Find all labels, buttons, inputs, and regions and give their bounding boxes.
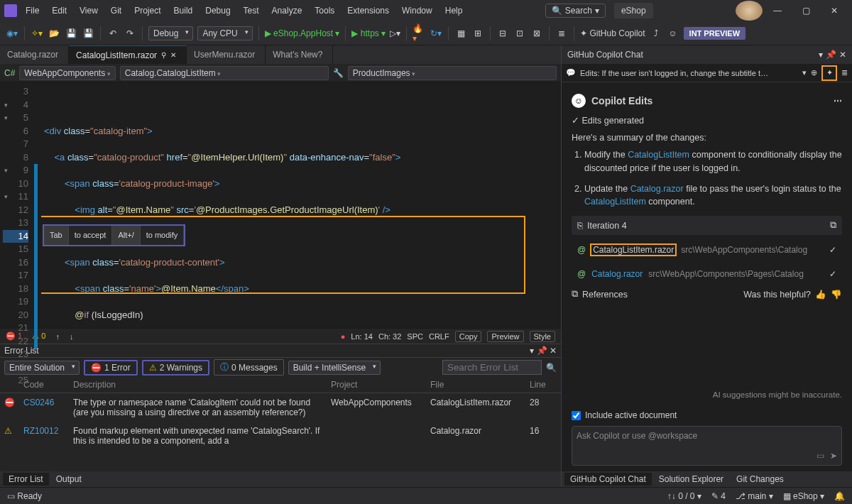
share-icon[interactable]: ⤴ [650, 27, 662, 40]
new-thread-icon[interactable]: ⊕ [811, 68, 817, 77]
tb-icon-b[interactable]: ⊞ [471, 27, 484, 40]
tab-errorlist[interactable]: Error List [3, 473, 49, 486]
table-row[interactable]: ⛔ CS0246 The type or namespace name 'Cat… [0, 393, 561, 422]
errors-filter-button[interactable]: ⛔1 Error [84, 360, 138, 376]
eol-indicator[interactable]: CRLF [429, 332, 449, 341]
warnings-filter-button[interactable]: ⚠2 Warnings [142, 360, 209, 376]
start-debug-button[interactable]: ▶ eShop.AppHost ▾ [265, 28, 340, 38]
close-icon[interactable]: ✕ [839, 50, 846, 60]
title-search[interactable]: 🔍Search▾ [545, 4, 606, 18]
include-doc-check[interactable] [572, 411, 581, 420]
link-cataloglistitem-2[interactable]: CatalogListItem [584, 197, 646, 207]
col-indicator[interactable]: Ch: 32 [378, 332, 401, 341]
menu-file[interactable]: File [20, 3, 45, 18]
config-dropdown[interactable]: Debug [148, 26, 193, 40]
branch-status[interactable]: ⎇ main ▾ [736, 491, 773, 501]
build-filter-dropdown[interactable]: Build + IntelliSense [288, 361, 381, 375]
menu-tools[interactable]: Tools [309, 3, 340, 18]
book-icon[interactable]: ▭ [816, 451, 824, 461]
menu-project[interactable]: Project [129, 3, 166, 18]
tab-copilot-chat[interactable]: GitHub Copilot Chat [564, 473, 652, 486]
dropdown-icon[interactable]: ▾ [530, 346, 534, 356]
indent-indicator[interactable]: SPC [407, 332, 423, 341]
search-icon[interactable]: 🔍 [546, 363, 557, 373]
open-icon[interactable]: 📂 [48, 27, 60, 40]
nav-up-icon[interactable]: ↑ [55, 332, 60, 341]
notifications-icon[interactable]: 🔔 [834, 491, 845, 501]
menu-view[interactable]: View [74, 3, 104, 18]
start-https-button[interactable]: ▶ https ▾ [351, 28, 386, 38]
pin-icon[interactable]: 📌 [826, 50, 836, 60]
tb-icon-a[interactable]: ▦ [454, 27, 467, 40]
new-item-icon[interactable]: ✧▾ [31, 27, 43, 40]
project-crumb[interactable]: WebAppComponents [19, 66, 115, 80]
hot-reload-icon[interactable]: 🔥▾ [413, 27, 425, 40]
menu-analyze[interactable]: Analyze [266, 3, 308, 18]
browser-link-icon[interactable]: ↻▾ [430, 27, 442, 40]
copilot-edits-icon[interactable]: ✦ [821, 65, 837, 81]
menu-build[interactable]: Build [168, 3, 199, 18]
nav-status[interactable]: ↑↓ 0 / 0 ▾ [667, 491, 701, 501]
chevron-down-icon[interactable]: ▾ [802, 68, 807, 77]
more-icon[interactable]: ⋯ [834, 96, 842, 106]
references-row[interactable]: ⧉ References Was this helpful? 👍 👎 [572, 289, 842, 300]
style-button[interactable]: Style [530, 331, 555, 342]
dropdown-icon[interactable]: ▾ [819, 50, 823, 60]
platform-dropdown[interactable]: Any CPU [197, 26, 252, 40]
pin-icon[interactable]: 📌 [537, 346, 547, 356]
tab-key[interactable]: Tab [44, 226, 69, 245]
minimize-button[interactable]: — [764, 1, 791, 21]
file-ref-name[interactable]: CatalogListItem.razor [590, 243, 677, 256]
tb-icon-e[interactable]: ⊠ [530, 27, 543, 40]
link-cataloglistitem[interactable]: CatalogListItem [628, 150, 689, 160]
save-all-icon[interactable]: 💾 [82, 27, 94, 40]
pin-icon[interactable]: ⚲ [161, 51, 166, 59]
user-avatar-icon[interactable] [736, 1, 763, 21]
copilot-toolbar-button[interactable]: ✦ GitHub Copilot [580, 28, 645, 38]
col-file[interactable]: File [426, 377, 525, 393]
menu-git[interactable]: Git [105, 3, 127, 18]
preview-button[interactable]: Preview [487, 331, 523, 342]
edits-status[interactable]: ✎ 4 [711, 491, 726, 501]
err-code[interactable]: CS0246 [19, 393, 69, 422]
nav-down-icon[interactable]: ↓ [70, 332, 74, 341]
tab-whatsnew[interactable]: What's New? [266, 45, 333, 64]
copilot-input-box[interactable]: Ask Copilot or use @workspace ▭ ➤ [572, 426, 842, 466]
save-icon[interactable]: 💾 [65, 27, 77, 40]
col-proj[interactable]: Project [327, 377, 426, 393]
tb-icon-f[interactable]: ≣ [555, 27, 568, 40]
close-button[interactable]: ✕ [821, 1, 848, 21]
scope-dropdown[interactable]: Entire Solution [4, 361, 80, 375]
solution-name[interactable]: eShop [614, 3, 653, 18]
tab-usermenu[interactable]: UserMenu.razor [187, 45, 266, 64]
error-search-input[interactable] [442, 360, 542, 375]
menu-help[interactable]: Help [439, 3, 469, 18]
feedback-icon[interactable]: ☺ [667, 27, 679, 40]
list-icon[interactable]: ≣ [841, 68, 848, 77]
file-ref-name[interactable]: Catalog.razor [590, 269, 644, 279]
table-row[interactable]: ⚠ RZ10012 Found markup element with unex… [0, 422, 561, 450]
tb-icon-c[interactable]: ⊟ [496, 27, 509, 40]
iteration-row[interactable]: ⎘ Iteration 4 ⧉ [572, 216, 842, 235]
undo-icon[interactable]: ↶ [106, 27, 119, 40]
messages-filter-button[interactable]: ⓘ0 Messages [214, 359, 284, 376]
send-icon[interactable]: ➤ [830, 451, 837, 461]
code-editor[interactable]: 3 ▾4 ▾5 6 7 8 ▾9 10 ▾11 12 13 14 15 16 1… [0, 82, 561, 328]
repo-status[interactable]: ▦ eShop ▾ [783, 491, 824, 501]
tb-icon-d[interactable]: ⊡ [513, 27, 526, 40]
menu-window[interactable]: Window [396, 3, 438, 18]
file-ref-2[interactable]: @ Catalog.razor src\WebApp\Components\Pa… [572, 265, 842, 283]
code-content[interactable]: <div class="catalog-item"> <a class="cat… [41, 82, 561, 328]
maximize-button[interactable]: ▢ [792, 1, 819, 21]
member-crumb[interactable]: ProductImages [348, 66, 557, 80]
col-line[interactable]: Line [525, 377, 561, 393]
copy-icon[interactable]: ⧉ [830, 220, 836, 231]
close-panel-icon[interactable]: ✕ [550, 346, 557, 356]
col-desc[interactable]: Description [69, 377, 327, 393]
tab-output[interactable]: Output [50, 473, 87, 486]
link-catalog-razor[interactable]: Catalog.razor [630, 184, 684, 194]
edits-summary[interactable]: Edits: If the user isn't logged in, chan… [580, 69, 798, 77]
type-crumb[interactable]: Catalog.CatalogListItem [120, 66, 329, 80]
menu-debug[interactable]: Debug [200, 3, 236, 18]
menu-edit[interactable]: Edit [46, 3, 72, 18]
